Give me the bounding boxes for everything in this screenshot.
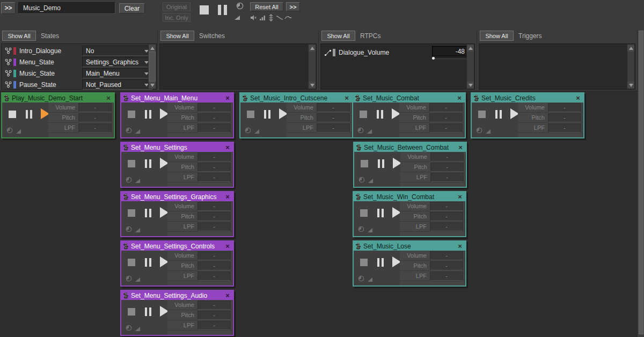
close-icon[interactable]: × <box>224 193 231 200</box>
stop-button[interactable] <box>128 160 135 167</box>
scroll-up-icon[interactable] <box>149 45 156 52</box>
pause-button[interactable] <box>145 209 151 217</box>
volume-value[interactable]: - <box>430 202 463 211</box>
close-icon[interactable]: × <box>224 243 231 250</box>
mute-speaker-icon[interactable] <box>250 14 257 21</box>
stop-button[interactable] <box>247 111 254 118</box>
fade-ramp-icon[interactable] <box>368 179 373 183</box>
volume-value[interactable]: - <box>317 103 350 112</box>
scroll-up-icon[interactable] <box>309 45 316 52</box>
pause-button[interactable] <box>26 110 32 119</box>
stop-button[interactable] <box>128 209 135 217</box>
pitch-value[interactable]: - <box>430 212 463 221</box>
card-header[interactable]: Set_Menu_Settings × <box>121 143 233 152</box>
scrollbar-thumb[interactable] <box>639 31 643 334</box>
pause-button[interactable] <box>377 209 384 217</box>
pitch-value[interactable]: - <box>429 113 463 122</box>
triggers-show-all-button[interactable]: Show All <box>480 31 514 41</box>
clock-icon[interactable] <box>358 275 364 282</box>
scroll-down-icon[interactable] <box>627 82 634 89</box>
card-header[interactable]: Set_Menu_Settings_Audio × <box>121 291 233 300</box>
stop-button[interactable] <box>360 111 367 118</box>
stop-button[interactable] <box>128 308 135 316</box>
pitch-value[interactable]: - <box>430 261 463 270</box>
fade-ramp-icon[interactable] <box>135 228 140 232</box>
stop-button[interactable] <box>9 111 16 118</box>
fade-ramp-icon[interactable] <box>254 129 259 134</box>
pitch-value[interactable]: - <box>197 113 231 122</box>
volume-value[interactable]: - <box>197 152 231 162</box>
scroll-up-icon[interactable] <box>467 45 474 52</box>
clock-icon[interactable] <box>6 127 13 134</box>
pause-button[interactable] <box>377 258 384 267</box>
stop-button[interactable] <box>360 259 368 266</box>
rtpc-slider[interactable] <box>432 57 469 59</box>
pause-button[interactable] <box>495 110 502 119</box>
card-header[interactable]: Set_Music_Win_Combat × <box>354 192 465 201</box>
close-icon[interactable]: × <box>456 193 464 200</box>
close-icon[interactable]: × <box>105 94 112 101</box>
lpf-value[interactable]: - <box>317 123 350 133</box>
volume-value[interactable]: - <box>197 103 231 112</box>
window-vertical-scrollbar[interactable] <box>637 30 644 337</box>
rtpc-slider-handle[interactable] <box>432 57 435 60</box>
fade-ramp-icon[interactable] <box>135 179 140 183</box>
scroll-up-icon[interactable] <box>627 45 634 52</box>
rtpc-value-field[interactable]: -48 <box>432 46 469 56</box>
lpf-value[interactable]: - <box>430 272 463 281</box>
pause-button[interactable] <box>378 159 384 168</box>
clear-button[interactable]: Clear <box>119 3 145 13</box>
expand-left-button[interactable]: >> <box>1 2 16 14</box>
switches-scrollbar[interactable] <box>308 45 316 89</box>
volume-meter-icon[interactable] <box>259 14 266 21</box>
session-name-input[interactable] <box>18 2 115 14</box>
pause-button[interactable] <box>264 110 270 119</box>
clock-icon[interactable] <box>357 127 364 134</box>
pause-button[interactable] <box>145 258 151 267</box>
close-icon[interactable]: × <box>343 94 350 101</box>
fade-ramp-icon[interactable] <box>368 277 372 282</box>
triggers-scrollbar[interactable] <box>627 45 634 89</box>
pause-button[interactable] <box>145 110 151 119</box>
volume-value[interactable]: - <box>548 103 581 112</box>
states-scrollbar[interactable] <box>148 45 156 89</box>
states-show-all-button[interactable]: Show All <box>2 31 36 41</box>
pitch-value[interactable]: - <box>197 212 231 221</box>
lpf-value[interactable]: - <box>197 222 231 231</box>
fade-ramp-icon[interactable] <box>135 129 140 134</box>
clock-icon[interactable] <box>236 2 244 10</box>
lpf-value[interactable]: - <box>548 123 581 133</box>
card-header[interactable]: Set_Music_Intro_Cutscene × <box>240 93 352 102</box>
close-icon[interactable]: × <box>224 94 231 101</box>
card-header[interactable]: Set_Menu_Settings_Controls × <box>121 241 233 251</box>
switches-show-all-button[interactable]: Show All <box>160 31 194 41</box>
clock-icon[interactable] <box>126 226 132 232</box>
rtpcs-scrollbar[interactable] <box>466 45 474 89</box>
scrollbar-thumb[interactable] <box>149 52 156 82</box>
state-value-dropdown[interactable]: Main_Menu <box>82 68 152 78</box>
volume-value[interactable]: - <box>197 251 231 260</box>
lpf-value[interactable]: - <box>197 321 231 330</box>
stop-button[interactable] <box>128 111 135 118</box>
card-header[interactable]: Play_Music_Demo_Start × <box>2 93 114 102</box>
inc-only-button[interactable]: Inc. Only <box>163 13 191 22</box>
fade-ramp-icon[interactable] <box>135 327 140 331</box>
stop-button[interactable] <box>360 209 368 217</box>
rtpcs-show-all-button[interactable]: Show All <box>321 31 355 41</box>
lpf-curve-icon[interactable] <box>276 15 283 20</box>
fade-ramp-icon[interactable] <box>367 129 372 134</box>
pitch-icon[interactable] <box>268 14 274 21</box>
lpf-value[interactable]: - <box>430 222 463 231</box>
card-header[interactable]: Set_Music_Lose × <box>354 241 465 251</box>
card-header[interactable]: Set_Menu_Settings_Graphics × <box>121 192 233 201</box>
master-pause-button[interactable] <box>218 5 228 15</box>
clock-icon[interactable] <box>126 127 132 134</box>
close-icon[interactable]: × <box>224 144 231 151</box>
state-value-dropdown[interactable]: Not_Paused <box>82 79 152 90</box>
original-button[interactable]: Original <box>163 2 191 11</box>
card-header[interactable]: Set_Music_Combat × <box>353 93 465 102</box>
close-icon[interactable]: × <box>224 292 231 299</box>
state-value-dropdown[interactable]: No <box>82 46 152 56</box>
lpf-value[interactable]: - <box>197 173 231 182</box>
lpf-value[interactable]: - <box>78 123 112 133</box>
